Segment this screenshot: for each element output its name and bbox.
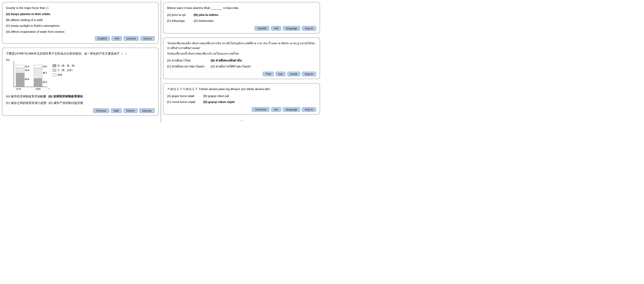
bar1978-white	[16, 65, 24, 68]
swahili-tags: Swahili mid language img:no	[167, 26, 316, 31]
tag-language-jv[interactable]: language	[283, 107, 300, 112]
tag-subject[interactable]: science	[124, 36, 139, 41]
legend-box-hatch	[53, 69, 56, 72]
tag-low-jv[interactable]: low	[271, 107, 281, 112]
thai-col2: (B) ชายฝั่งทะเลอันดามัน (D) ชายฝั่งภาคใต…	[211, 57, 251, 70]
label-239: 23.9	[25, 69, 29, 71]
legend-gray: 农（林、牧、渔）	[53, 64, 76, 67]
tag-img-sw[interactable]: img:no	[302, 26, 316, 31]
javanese-card: កុណ្ញដ្ដកុណ្ញដ្ដ Tulisan aksara jawa ing…	[163, 83, 320, 115]
thai-opt-b: (B) ชายฝั่งทะเลอันดามัน	[211, 58, 251, 63]
xlabel-1986: 1986	[36, 88, 41, 90]
english-science-card: Gravity is the major force that ( ) (A) …	[2, 2, 159, 44]
swahili-col2: (B) joka la mdimu (D) kisebusebu	[194, 12, 218, 24]
tag-language-sw[interactable]: language	[283, 26, 300, 31]
javanese-col1: (A) gugur kuna sejati (C) nunut kurun se…	[167, 93, 195, 105]
swahili-col1: (A) jicho la nje (C) kifauongo	[167, 12, 186, 24]
option-d: (D) 城市产业结构日益完善	[48, 100, 83, 105]
java-opt-c: (C) nunut kurun sejati	[167, 99, 195, 104]
left-column: Gravity is the major force that ( ) (A) …	[0, 0, 161, 123]
javanese-options: (A) gugur kuna sejati (C) nunut kurun se…	[167, 93, 316, 105]
tags-row: English mid science img:no	[6, 36, 155, 41]
xunit-label: （年）	[47, 87, 50, 90]
tag-level-cn[interactable]: high	[111, 108, 122, 113]
swahili-opt-b: (B) joka la mdimu	[194, 12, 218, 18]
java-opt-a: (A) gugur kuna sejati	[167, 93, 195, 99]
tag-img[interactable]: img:no	[140, 36, 154, 41]
java-opt-b: (B) gugup rukun jati	[203, 93, 234, 99]
legend-label-white: 其他	[58, 73, 62, 77]
bar1986-gray	[34, 78, 42, 87]
bar1978-gray	[16, 73, 24, 87]
options-row2: (C) 城乡之间的差异呈缩小趋势 (D) 城市产业结构日益完善	[6, 100, 155, 106]
swahili-opt-a: (A) jicho la nje	[167, 12, 186, 18]
bar-chart: (%) 63.6 23.9	[6, 58, 50, 92]
label-140: 14.0	[43, 65, 47, 68]
option-a: (A) 城市经济体制改革开始酟酿	[6, 94, 46, 99]
java-opt-d: (D) guyup rukun sejati	[203, 99, 234, 104]
swahili-question: Mkono wazi ni kwa ukarimu ilhali _______…	[167, 6, 316, 10]
chart-legend: 农（林、牧、渔） 工（商、运等） 其他	[53, 64, 76, 77]
tag-javanese[interactable]: Javanese	[252, 107, 270, 112]
question-text: Gravity is the major force that ( )	[6, 6, 155, 10]
dots-indicator: ...	[161, 117, 322, 123]
tag-img-jv[interactable]: img:no	[302, 107, 316, 112]
swahili-opt-d: (D) kisebusebu	[194, 18, 218, 23]
option-b: (B) affects melting of a solid	[6, 18, 155, 23]
javanese-col2: (B) gugup rukun jati (D) guyup rukun sej…	[203, 93, 234, 105]
tag-thai[interactable]: Thai	[263, 72, 274, 76]
tag-language-cn[interactable]: Chinese	[93, 108, 109, 113]
tag-low-th[interactable]: low	[276, 72, 286, 76]
option-c: (C) keeps sunlight in Earth’s atmosphere	[6, 23, 155, 28]
option-a: (A) keeps planets in their orbits	[6, 12, 155, 17]
legend-label-gray: 农（林、牧、渔）	[58, 64, 76, 67]
main-grid: Gravity is the major force that ( ) (A) …	[0, 0, 322, 123]
thai-card: “นักท่องเที่ยวคนหนึ่ง เดินทางท่องเที่ยวท…	[163, 38, 320, 79]
thai-opt-c: (C) ชายฝั่งทะเลภาคตะวันออก	[167, 64, 205, 69]
label-393: 39.3	[43, 81, 47, 83]
legend-white: 其他	[53, 73, 76, 77]
chinese-history-card: 下图是1978年与1986年北京郊区男户主职业占比变化情况。这一变化的产生主要是…	[2, 48, 159, 116]
xlabel-1978: 1978	[16, 88, 21, 90]
javanese-tags: Javanese low language img:no	[167, 107, 316, 112]
question-line1: 下图是1978年与1986年北京郊区男户主职业占比变化情况。这一变化的产生主要是…	[6, 51, 155, 56]
label-636: 63.6	[25, 78, 29, 80]
legend-label-hatch: 工（商、运等）	[58, 69, 74, 72]
thai-question2: นักท่องเที่ยวคนนี้ เดินทางท่องเที่ยวบริเ…	[167, 51, 316, 56]
tag-swahili[interactable]: Swahili	[254, 26, 269, 31]
label-467: 46.7	[43, 72, 47, 74]
tags-row-cn: Chinese high history img:yes	[6, 108, 155, 113]
swahili-opt-c: (C) kifauongo	[167, 18, 186, 23]
bar1978-hatch	[16, 68, 24, 73]
tag-social-th[interactable]: social	[287, 72, 300, 76]
right-column: Mkono wazi ni kwa ukarimu ilhali _______…	[161, 0, 322, 123]
tag-subject-cn[interactable]: history	[124, 108, 138, 113]
legend-box-white	[53, 73, 56, 76]
tag-img-cn[interactable]: img:yes	[139, 108, 154, 113]
swahili-options: (A) jicho la nje (C) kifauongo (B) joka …	[167, 12, 316, 24]
tag-level[interactable]: mid	[112, 36, 122, 41]
thai-quote: “นักท่องเที่ยวคนหนึ่ง เดินทางท่องเที่ยวท…	[167, 41, 316, 51]
tag-language[interactable]: English	[95, 36, 110, 41]
label-125: 12.5	[25, 65, 29, 68]
javanese-question: កុណ្ញដ្ដកុណ្ញដ្ដ Tulisan aksara jawa ing…	[167, 87, 316, 91]
bar1986-hatch	[34, 68, 42, 78]
bar1986-white	[34, 65, 42, 68]
option-d: (D) affects evaporation of water from oc…	[6, 29, 155, 34]
thai-opt-d: (D) ชายฝั่งภาคใต้ด้านตะวันออก	[211, 64, 251, 69]
thai-opt-a: (A) ชายฝั่งอ่าวไทย	[167, 58, 205, 63]
option-c: (C) 城乡之间的差异呈缩小趋势	[6, 100, 46, 105]
swahili-card: Mkono wazi ni kwa ukarimu ilhali _______…	[163, 2, 320, 34]
legend-box-gray	[53, 64, 56, 67]
tag-img-th[interactable]: img:no	[302, 72, 316, 76]
tag-mid-sw[interactable]: mid	[271, 26, 282, 31]
chart-svg: 63.6 23.9 12.5 1978 39.3	[8, 60, 50, 94]
options-row1: (A) 城市经济体制改革开始酟酿 (B) 农村经济体制改革深化	[6, 93, 155, 100]
options-block: (A) 城市经济体制改革开始酟酿 (B) 农村经济体制改革深化 (C) 城乡之间…	[6, 93, 155, 106]
legend-hatch: 工（商、运等）	[53, 69, 76, 72]
chart-container: (%) 63.6 23.9	[6, 58, 155, 92]
thai-options: (A) ชายฝั่งอ่าวไทย (C) ชายฝั่งทะเลภาคตะว…	[167, 57, 316, 70]
thai-col1: (A) ชายฝั่งอ่าวไทย (C) ชายฝั่งทะเลภาคตะว…	[167, 57, 205, 70]
thai-tags: Thai low social img:no	[167, 72, 316, 76]
option-b: (B) 农村经济体制改革深化	[48, 94, 83, 99]
